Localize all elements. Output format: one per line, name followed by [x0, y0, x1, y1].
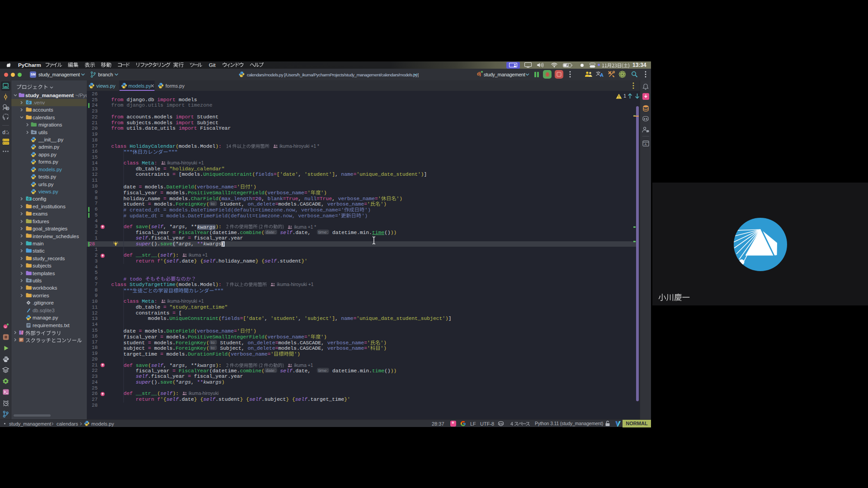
svg-text:?: ? — [7, 107, 9, 111]
svg-text:A: A — [645, 142, 647, 146]
svg-text:d: d — [2, 129, 5, 136]
